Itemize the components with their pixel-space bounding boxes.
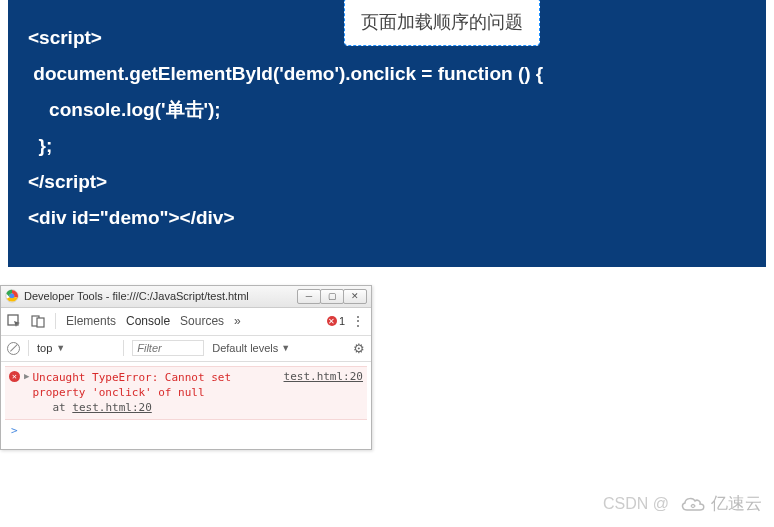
- divider: [55, 313, 56, 329]
- logo: 亿速云: [679, 492, 762, 515]
- context-label: top: [37, 342, 52, 354]
- devtools-title: Developer Tools - file:///C:/JavaScript/…: [24, 290, 298, 302]
- close-button[interactable]: ✕: [343, 289, 367, 304]
- code-line: </script>: [28, 164, 746, 200]
- window-controls: ─ ▢ ✕: [298, 289, 367, 304]
- gear-icon[interactable]: ⚙: [353, 341, 365, 356]
- filter-input[interactable]: [132, 340, 204, 356]
- console-prompt[interactable]: >: [5, 420, 367, 441]
- levels-selector[interactable]: Default levels ▼: [212, 342, 290, 354]
- error-at-prefix: at: [52, 401, 72, 414]
- code-line: document.getElementById('demo').onclick …: [28, 56, 746, 92]
- console-body: ✕ ▶ Uncaught TypeError: Cannot set prope…: [1, 362, 371, 449]
- expand-icon[interactable]: ▶: [24, 371, 29, 381]
- code-line: console.log('单击');: [28, 92, 746, 128]
- error-message: Uncaught TypeError: Cannot set property …: [32, 370, 283, 416]
- chevron-down-icon: ▼: [56, 343, 65, 353]
- devtools-window: Developer Tools - file:///C:/JavaScript/…: [0, 285, 372, 450]
- error-at-file[interactable]: test.html:20: [72, 401, 151, 414]
- console-filterbar: top ▼ Default levels ▼ ⚙: [1, 336, 371, 362]
- csdn-watermark: CSDN @: [603, 495, 669, 513]
- error-message-text: Uncaught TypeError: Cannot set property …: [32, 371, 231, 399]
- code-line: <div id="demo"></div>: [28, 200, 746, 236]
- divider: [28, 340, 29, 356]
- code-block: 页面加载顺序的问题 <script> document.getElementBy…: [8, 0, 766, 267]
- devtools-titlebar: Developer Tools - file:///C:/JavaScript/…: [1, 286, 371, 308]
- tab-sources[interactable]: Sources: [180, 314, 224, 328]
- annotation-label: 页面加载顺序的问题: [344, 0, 540, 46]
- context-selector[interactable]: top ▼: [37, 342, 115, 354]
- tab-more[interactable]: »: [234, 314, 241, 328]
- error-count[interactable]: ✕ 1: [327, 315, 345, 327]
- watermark: CSDN @ 亿速云: [603, 492, 762, 515]
- clear-console-icon[interactable]: [7, 342, 20, 355]
- svg-rect-4: [37, 318, 44, 327]
- maximize-button[interactable]: ▢: [320, 289, 344, 304]
- logo-text: 亿速云: [711, 492, 762, 515]
- error-source-link[interactable]: test.html:20: [284, 370, 363, 383]
- menu-icon[interactable]: ⋮: [351, 314, 365, 328]
- device-toggle-icon[interactable]: [31, 314, 45, 328]
- inspect-icon[interactable]: [7, 314, 21, 328]
- minimize-button[interactable]: ─: [297, 289, 321, 304]
- levels-label: Default levels: [212, 342, 278, 354]
- chevron-down-icon: ▼: [281, 343, 290, 353]
- cloud-icon: [679, 494, 707, 514]
- code-line: };: [28, 128, 746, 164]
- error-dot-icon: ✕: [327, 316, 337, 326]
- console-error-entry[interactable]: ✕ ▶ Uncaught TypeError: Cannot set prope…: [5, 366, 367, 420]
- error-icon: ✕: [9, 371, 20, 382]
- divider: [123, 340, 124, 356]
- tab-console[interactable]: Console: [126, 314, 170, 328]
- devtools-toolbar: Elements Console Sources » ✕ 1 ⋮: [1, 308, 371, 336]
- chrome-icon: [5, 289, 19, 303]
- tab-elements[interactable]: Elements: [66, 314, 116, 328]
- error-count-number: 1: [339, 315, 345, 327]
